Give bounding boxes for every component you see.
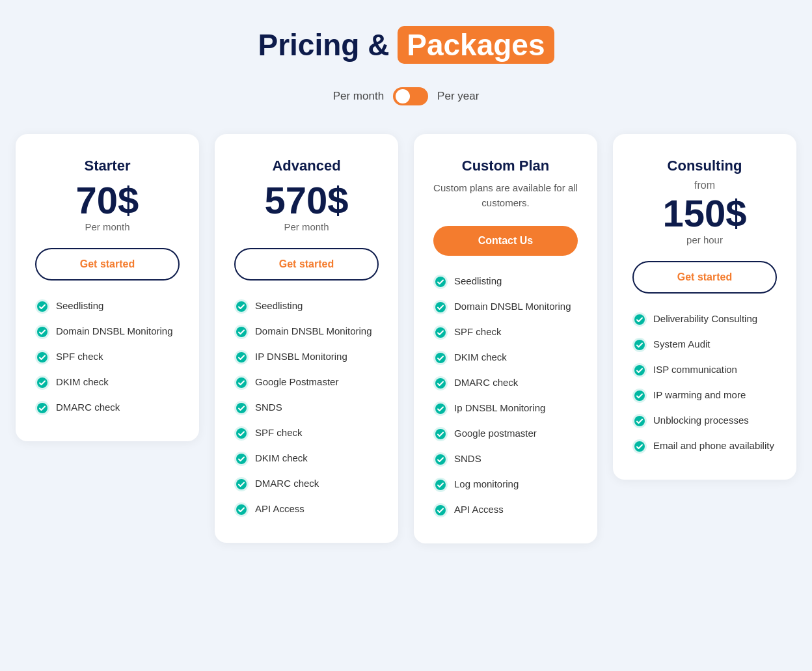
svg-point-9 <box>37 403 47 413</box>
check-icon <box>632 389 647 403</box>
svg-point-23 <box>236 454 247 464</box>
svg-point-37 <box>435 378 446 389</box>
svg-point-11 <box>236 301 247 312</box>
check-icon <box>234 426 249 441</box>
list-item: Seedlisting <box>433 274 578 289</box>
list-item: Seedlisting <box>35 299 180 314</box>
list-item: IP DNSBL Monitoring <box>234 349 379 364</box>
list-item: DKIM check <box>35 375 180 390</box>
check-icon <box>234 452 249 466</box>
consulting-cta-button[interactable]: Get started <box>632 261 777 294</box>
starter-period: Per month <box>35 221 180 232</box>
list-item: Domain DNSBL Monitoring <box>35 324 180 339</box>
check-icon <box>234 502 249 517</box>
toggle-thumb <box>396 89 410 103</box>
advanced-feature-list: Seedlisting Domain DNSBL Monitoring IP D… <box>234 299 379 517</box>
consulting-from: from <box>632 180 777 191</box>
list-item: DMARC check <box>433 376 578 390</box>
billing-toggle-row: Per month Per year <box>333 87 480 105</box>
feature-text: Google Postmaster <box>255 375 338 389</box>
svg-point-1 <box>37 301 47 312</box>
list-item: Deliverability Consulting <box>632 312 777 327</box>
feature-text: Log monitoring <box>454 477 519 491</box>
check-icon <box>632 414 647 428</box>
feature-text: Domain DNSBL Monitoring <box>56 324 173 338</box>
feature-text: API Access <box>454 502 504 516</box>
feature-text: Deliverability Consulting <box>653 312 757 325</box>
page-title: Pricing & Packages <box>258 26 554 64</box>
feature-text: SPF check <box>56 349 103 363</box>
check-icon <box>234 299 249 314</box>
feature-text: Seedlisting <box>56 299 103 312</box>
svg-point-13 <box>236 327 247 337</box>
check-icon <box>433 376 448 390</box>
svg-point-59 <box>634 441 645 452</box>
starter-cta-button[interactable]: Get started <box>35 248 180 281</box>
check-icon <box>35 376 49 390</box>
svg-point-7 <box>37 377 47 388</box>
consulting-title: Consulting <box>632 157 777 174</box>
check-icon <box>433 427 448 441</box>
card-consulting: Consultingfrom150$per hourGet started De… <box>613 134 796 480</box>
list-item: Google postmaster <box>433 426 578 441</box>
custom-cta-button[interactable]: Contact Us <box>433 226 578 256</box>
svg-point-3 <box>37 327 47 337</box>
feature-text: ISP communication <box>653 363 737 376</box>
feature-text: Domain DNSBL Monitoring <box>454 299 571 313</box>
check-icon <box>433 503 448 517</box>
advanced-period: Per month <box>234 221 379 232</box>
check-icon <box>234 477 249 491</box>
list-item: DKIM check <box>234 451 379 466</box>
list-item: ISP communication <box>632 363 777 377</box>
check-icon <box>632 312 647 327</box>
svg-point-15 <box>236 352 247 363</box>
svg-point-45 <box>435 480 446 490</box>
consulting-period: per hour <box>632 234 777 245</box>
advanced-price: 570$ <box>234 180 379 221</box>
feature-text: SPF check <box>255 426 303 439</box>
feature-text: Seedlisting <box>255 299 303 312</box>
list-item: DMARC check <box>234 476 379 491</box>
per-year-label: Per year <box>437 90 479 103</box>
feature-text: DKIM check <box>56 375 109 389</box>
feature-text: DMARC check <box>454 376 518 389</box>
feature-text: SNDS <box>255 400 282 414</box>
feature-text: IP DNSBL Monitoring <box>255 349 347 363</box>
check-icon <box>433 275 448 289</box>
check-icon <box>433 478 448 492</box>
advanced-title: Advanced <box>234 157 379 174</box>
list-item: SNDS <box>234 400 379 415</box>
check-icon <box>433 325 448 340</box>
advanced-cta-button[interactable]: Get started <box>234 248 379 281</box>
starter-feature-list: Seedlisting Domain DNSBL Monitoring SPF … <box>35 299 180 415</box>
feature-text: DKIM check <box>454 350 507 364</box>
list-item: Domain DNSBL Monitoring <box>234 324 379 339</box>
svg-point-21 <box>236 428 247 439</box>
check-icon <box>234 376 249 390</box>
svg-point-39 <box>435 404 446 414</box>
feature-text: Unblocking processes <box>653 413 749 427</box>
list-item: API Access <box>234 502 379 517</box>
list-item: SNDS <box>433 452 578 467</box>
svg-point-55 <box>634 390 645 401</box>
feature-text: API Access <box>255 502 304 515</box>
card-starter: Starter70$Per monthGet started Seedlisti… <box>16 134 199 441</box>
svg-point-41 <box>435 429 446 439</box>
feature-text: Ip DNSBL Monitoring <box>454 401 545 415</box>
check-icon <box>433 402 448 416</box>
card-custom: Custom PlanCustom plans are available fo… <box>414 134 597 543</box>
list-item: DKIM check <box>433 350 578 365</box>
pricing-cards: Starter70$Per monthGet started Seedlisti… <box>16 134 796 543</box>
list-item: Google Postmaster <box>234 375 379 390</box>
check-icon <box>433 300 448 314</box>
svg-point-47 <box>435 505 446 515</box>
feature-text: Email and phone availability <box>653 439 774 452</box>
svg-point-53 <box>634 365 645 376</box>
check-icon <box>632 439 647 454</box>
list-item: SPF check <box>35 349 180 364</box>
svg-point-51 <box>634 340 645 350</box>
list-item: Unblocking processes <box>632 413 777 428</box>
svg-point-25 <box>236 479 247 489</box>
list-item: SPF check <box>234 426 379 441</box>
billing-toggle[interactable] <box>393 87 428 105</box>
